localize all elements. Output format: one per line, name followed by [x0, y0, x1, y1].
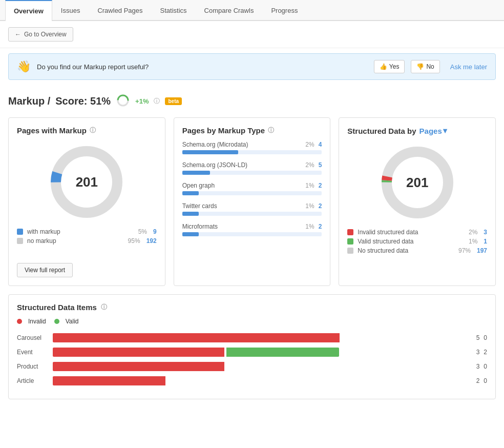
pages-by-markup-type-title: Pages by Markup Type — [182, 126, 265, 135]
legend-count-no-markup: 192 — [146, 237, 157, 245]
chevron-down-icon: ▾ — [443, 126, 447, 135]
microformats-pct: 1% — [305, 223, 314, 230]
legend-label-valid: Valid structured data — [358, 238, 463, 245]
pages-markup-info-icon[interactable]: ⓘ — [90, 126, 96, 135]
info-icon[interactable]: ⓘ — [154, 97, 160, 106]
legend-item-no-markup: no markup 95% 192 — [17, 237, 157, 245]
markup-row-twitter-cards: Twitter cards 1% 2 — [182, 202, 322, 216]
sdi-article-bar — [53, 376, 472, 385]
tab-compare-crawls[interactable]: Compare Crawls — [196, 0, 263, 21]
beta-badge: beta — [165, 97, 182, 105]
sdi-label-invalid: Invalid — [28, 318, 46, 325]
markup-row-json-ld: Schema.org (JSON-LD) 2% 5 — [182, 161, 322, 175]
microformats-bar-bg — [182, 232, 322, 236]
open-graph-pct: 1% — [305, 182, 314, 189]
sdi-product-bar — [53, 362, 472, 371]
legend-pct-no-sd: 97% — [458, 247, 471, 254]
legend-pct-no-markup: 95% — [128, 237, 140, 245]
json-ld-pct: 2% — [305, 161, 314, 169]
json-ld-bar-bg — [182, 171, 322, 175]
sdi-article-valid-count: 0 — [484, 377, 487, 384]
sdi-article-invalid-count: 2 — [476, 377, 480, 384]
sdi-article-bar-red — [53, 376, 165, 385]
back-button[interactable]: ← Go to Overview — [8, 27, 73, 42]
sdi-article-label: Article — [17, 377, 53, 384]
pages-markup-type-info-icon[interactable]: ⓘ — [268, 126, 274, 135]
json-ld-count: 5 — [319, 161, 322, 169]
sd-legend: Invalid structured data 2% 3 Valid struc… — [347, 229, 487, 254]
score-header: Markup / Score: 51% +1% ⓘ beta — [0, 85, 504, 113]
arrow-left-icon: ← — [15, 31, 21, 38]
score-label: Score: 51% — [55, 95, 111, 107]
tab-overview[interactable]: Overview — [5, 0, 52, 21]
microformats-count: 2 — [319, 223, 322, 230]
legend-dot-no-sd — [347, 248, 353, 254]
legend-count-no-sd: 197 — [477, 247, 487, 254]
open-graph-bar-fill — [182, 191, 199, 195]
legend-pct-with-markup: 5% — [138, 228, 147, 235]
sd-donut-wrap: 201 — [376, 141, 458, 223]
tab-crawled-pages[interactable]: Crawled Pages — [89, 0, 151, 21]
microformats-label: Microformats — [182, 223, 218, 230]
thumbs-down-icon: 👎 — [416, 63, 424, 70]
yes-button[interactable]: 👍 Yes — [374, 60, 405, 73]
sd-donut-center-label: 201 — [406, 175, 428, 191]
sdi-dot-valid — [54, 319, 59, 324]
sdi-event-bar-green — [226, 348, 339, 357]
tab-issues[interactable]: Issues — [52, 0, 89, 21]
score-delta: +1% — [135, 97, 149, 105]
sdi-event-counts: 3 2 — [476, 349, 487, 356]
tab-statistics[interactable]: Statistics — [152, 0, 196, 21]
thumbs-up-icon: 👍 — [380, 63, 387, 70]
microdata-bar-bg — [182, 150, 322, 154]
json-ld-label: Schema.org (JSON-LD) — [182, 161, 247, 169]
sdi-carousel-bar-red — [53, 333, 340, 342]
structured-data-dropdown[interactable]: Pages ▾ — [419, 126, 447, 135]
legend-label-no-sd: No structured data — [358, 247, 452, 254]
sdi-event-bar-red — [53, 348, 224, 357]
legend-item-no-sd: No structured data 97% 197 — [347, 247, 487, 254]
pages-markup-legend: with markup 5% 9 no markup 95% 192 — [17, 228, 157, 245]
sdi-product-invalid-count: 3 — [476, 363, 480, 370]
structured-data-by-card: Structured Data by Pages ▾ 201 In — [339, 117, 496, 286]
sdi-dot-invalid — [17, 319, 22, 324]
view-full-report-button[interactable]: View full report — [17, 263, 73, 277]
structured-data-title-prefix: Structured Data by — [347, 127, 416, 135]
tab-progress[interactable]: Progress — [262, 0, 306, 21]
twitter-cards-bar-fill — [182, 212, 199, 216]
legend-item-valid: Valid structured data 1% 1 — [347, 238, 487, 245]
score-circle — [116, 93, 130, 109]
microformats-bar-fill — [182, 232, 199, 236]
legend-dot-invalid — [347, 229, 353, 235]
twitter-cards-bar-bg — [182, 212, 322, 216]
sdi-article-counts: 2 0 — [476, 377, 487, 384]
legend-dot-valid — [347, 238, 353, 245]
structured-data-donut: 201 — [347, 141, 487, 223]
microdata-pct: 2% — [305, 141, 314, 148]
sdi-row-product: Product 3 0 — [17, 362, 487, 371]
legend-label-invalid: Invalid structured data — [358, 229, 463, 236]
twitter-cards-label: Twitter cards — [182, 202, 217, 210]
legend-label-no-markup: no markup — [27, 237, 122, 245]
legend-item-invalid: Invalid structured data 2% 3 — [347, 229, 487, 236]
sdi-product-valid-count: 0 — [484, 363, 487, 370]
sdi-legend-valid: Valid — [54, 318, 79, 325]
sdi-row-event: Event 3 2 — [17, 348, 487, 357]
no-button[interactable]: 👎 No — [411, 60, 439, 73]
sdi-carousel-invalid-count: 5 — [476, 334, 480, 341]
sdi-row-article: Article 2 0 — [17, 376, 487, 385]
sdi-product-counts: 3 0 — [476, 363, 487, 370]
markup-row-open-graph: Open graph 1% 2 — [182, 182, 322, 195]
legend-count-with-markup: 9 — [153, 228, 157, 235]
ask-later-link[interactable]: Ask me later — [450, 63, 487, 71]
sdi-info-icon[interactable]: ⓘ — [101, 303, 107, 312]
twitter-cards-count: 2 — [319, 202, 322, 210]
legend-item-with-markup: with markup 5% 9 — [17, 228, 157, 235]
sdi-event-label: Event — [17, 349, 53, 356]
pages-dropdown-label: Pages — [419, 127, 442, 135]
sdi-row-carousel: Carousel 5 0 — [17, 333, 487, 342]
markup-type-rows: Schema.org (Microdata) 2% 4 Schema.org (… — [182, 141, 322, 236]
sdi-product-bar-red — [53, 362, 224, 371]
tab-bar: Overview Issues Crawled Pages Statistics… — [5, 0, 499, 20]
donut-center-label: 201 — [76, 174, 98, 190]
